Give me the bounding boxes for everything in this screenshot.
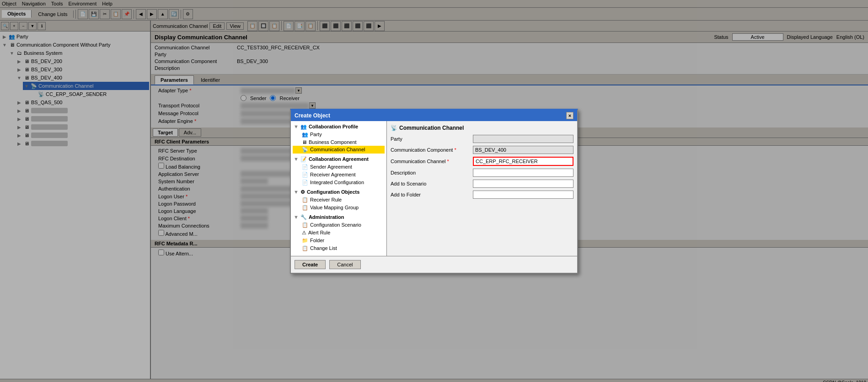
modal-party-label: Party — [310, 132, 322, 137]
modal-right-title: Communication Channel — [399, 125, 464, 131]
folder-label: Folder — [310, 238, 324, 243]
tree-item-alert-rule[interactable]: ⚠ Alert Rule — [293, 229, 385, 237]
admin-arrow: ▼ — [294, 214, 299, 220]
modal-comm-channel-input[interactable] — [473, 157, 573, 166]
modal-comm-component-label: Communication Component * — [391, 147, 473, 153]
modal-description-input[interactable] — [473, 169, 573, 177]
receiver-rule-label: Receiver Rule — [310, 197, 342, 202]
tree-item-folder[interactable]: 📁 Folder — [293, 237, 385, 244]
tree-header-config-objects[interactable]: ▼ ⚙ Configuration Objects — [293, 188, 385, 196]
modal-footer: Create Cancel — [291, 256, 577, 273]
tree-item-config-scenario[interactable]: 📋 Configuration Scenario — [293, 221, 385, 229]
modal-tree: ▼ 👥 Collaboration Profile 👥 Party 🖥 Busi… — [291, 121, 387, 256]
modal-comm-component-row: Communication Component * — [391, 146, 573, 154]
modal-title: Create Object — [295, 112, 330, 119]
collab-profile-icon: 👥 — [300, 124, 307, 130]
modal-close-btn[interactable]: × — [566, 112, 573, 119]
modal-add-scenario-input[interactable] — [473, 180, 573, 188]
collab-agreement-section: ▼ 📝 Collaboration Agreement 📄 Sender Agr… — [293, 155, 385, 186]
tree-item-modal-party[interactable]: 👥 Party — [293, 131, 385, 138]
receiver-rule-icon: 📋 — [302, 197, 308, 203]
modal-comm-channel-label: Communication Channel * — [391, 159, 473, 164]
modal-bc-label: Business Component — [309, 139, 357, 145]
cancel-button[interactable]: Cancel — [329, 260, 360, 269]
comm-channel-required-star: * — [447, 159, 449, 164]
modal-comm-component-input[interactable] — [473, 146, 573, 154]
modal-description-label: Description — [391, 170, 473, 175]
modal-cc-label: Communication Channel — [310, 147, 365, 152]
modal-add-folder-row: Add to Folder — [391, 191, 573, 199]
admin-icon: 🔧 — [300, 214, 307, 220]
config-obj-label: Configuration Objects — [307, 189, 360, 195]
tree-item-change-list[interactable]: 📋 Change List — [293, 244, 385, 252]
tree-item-receiver-agreement[interactable]: 📄 Receiver Agreement — [293, 171, 385, 179]
value-mapping-label: Value Mapping Group — [310, 205, 359, 210]
folder-icon: 📁 — [302, 238, 308, 244]
modal-add-folder-input[interactable] — [473, 191, 573, 199]
modal-title-bar: Create Object × — [291, 110, 577, 121]
change-list-label: Change List — [310, 245, 337, 251]
modal-party-form-label: Party — [391, 136, 473, 142]
modal-party-icon: 👥 — [302, 132, 308, 138]
alert-rule-label: Alert Rule — [308, 230, 330, 235]
modal-right-title-icon: 📡 — [391, 125, 397, 131]
modal-cc-icon: 📡 — [302, 147, 308, 153]
modal-add-folder-label: Add to Folder — [391, 192, 473, 197]
tree-item-modal-cc[interactable]: 📡 Communication Channel — [293, 146, 385, 154]
config-obj-arrow: ▼ — [294, 189, 299, 195]
tree-header-collab-agreement[interactable]: ▼ 📝 Collaboration Agreement — [293, 155, 385, 163]
tree-item-value-mapping[interactable]: 📋 Value Mapping Group — [293, 204, 385, 212]
sender-agr-label: Sender Agreement — [310, 164, 352, 170]
modal-overlay: Create Object × ▼ 👥 Collaboration Profil… — [0, 0, 868, 382]
receiver-agr-icon: 📄 — [302, 172, 308, 178]
sender-agr-icon: 📄 — [302, 164, 308, 170]
create-button[interactable]: Create — [295, 260, 326, 269]
collab-profile-label: Collaboration Profile — [309, 124, 358, 129]
collab-arrow: ▼ — [294, 124, 299, 129]
value-mapping-icon: 📋 — [302, 205, 308, 211]
integrated-config-icon: 📄 — [302, 180, 308, 186]
tree-header-administration[interactable]: ▼ 🔧 Administration — [293, 213, 385, 221]
config-scenario-label: Configuration Scenario — [310, 222, 361, 228]
agreement-icon: 📝 — [300, 156, 307, 162]
modal-right-form: 📡 Communication Channel Party Communicat… — [387, 121, 577, 256]
modal-party-row: Party — [391, 135, 573, 143]
agreement-arrow: ▼ — [294, 156, 299, 162]
modal-right-title-row: 📡 Communication Channel — [391, 125, 573, 131]
tree-item-sender-agreement[interactable]: 📄 Sender Agreement — [293, 163, 385, 171]
config-objects-section: ▼ ⚙ Configuration Objects 📋 Receiver Rul… — [293, 188, 385, 212]
comm-comp-required-star: * — [454, 147, 456, 153]
agreement-label: Collaboration Agreement — [309, 156, 369, 162]
modal-comm-channel-row: Communication Channel * — [391, 157, 573, 166]
modal-add-scenario-label: Add to Scenario — [391, 181, 473, 186]
modal-bc-icon: 🖥 — [302, 139, 307, 145]
change-list-icon: 📋 — [302, 245, 308, 251]
config-scenario-icon: 📋 — [302, 222, 308, 228]
modal-description-row: Description — [391, 169, 573, 177]
tree-item-modal-bc[interactable]: 🖥 Business Component — [293, 138, 385, 146]
alert-rule-icon: ⚠ — [302, 230, 306, 236]
integrated-config-label: Integrated Configuration — [310, 180, 364, 185]
config-obj-icon: ⚙ — [300, 189, 305, 195]
administration-section: ▼ 🔧 Administration 📋 Configuration Scena… — [293, 213, 385, 252]
create-object-modal: Create Object × ▼ 👥 Collaboration Profil… — [290, 109, 578, 274]
modal-body: ▼ 👥 Collaboration Profile 👥 Party 🖥 Busi… — [291, 121, 577, 256]
tree-item-receiver-rule[interactable]: 📋 Receiver Rule — [293, 196, 385, 204]
tree-header-collab-profile[interactable]: ▼ 👥 Collaboration Profile — [293, 123, 385, 131]
modal-add-scenario-row: Add to Scenario — [391, 180, 573, 188]
admin-label: Administration — [309, 214, 344, 220]
collaboration-profile-section: ▼ 👥 Collaboration Profile 👥 Party 🖥 Busi… — [293, 123, 385, 154]
receiver-agr-label: Receiver Agreement — [310, 172, 356, 177]
tree-item-integrated-config[interactable]: 📄 Integrated Configuration — [293, 179, 385, 186]
modal-party-input[interactable] — [473, 135, 573, 143]
